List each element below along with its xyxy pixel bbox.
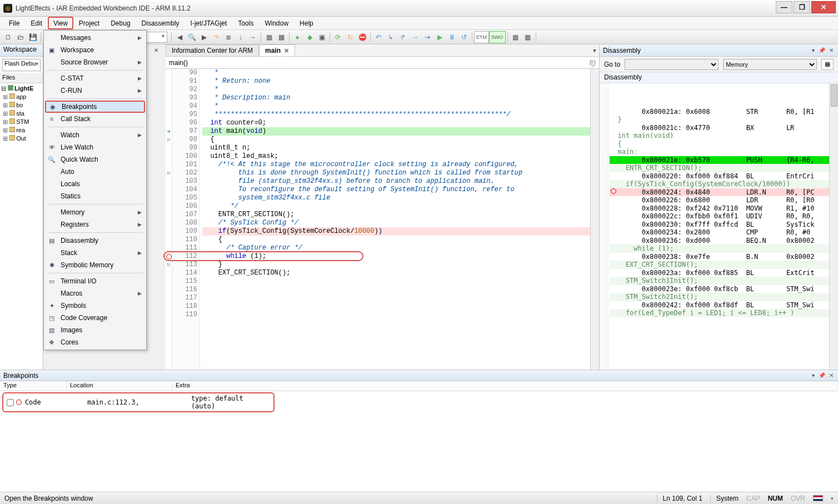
function-indicator[interactable]: main() f(): [166, 57, 599, 69]
debug-restart-button[interactable]: ↻: [344, 31, 356, 43]
trace-2-button[interactable]: ▦: [522, 31, 534, 43]
menu-item-workspace[interactable]: ▣Workspace: [45, 44, 145, 56]
menu-ijetjtagjet[interactable]: I-jet/JTAGjet: [185, 17, 233, 29]
menu-item-messages[interactable]: Messages▶: [45, 32, 145, 44]
menu-item-symbols[interactable]: ✦Symbols: [45, 300, 145, 312]
disasm-toggle-button[interactable]: ▦: [821, 59, 834, 70]
col-location[interactable]: Location: [67, 381, 172, 391]
new-file-button[interactable]: 🗋: [2, 31, 14, 43]
menu-tools[interactable]: Tools: [232, 17, 259, 29]
go-button[interactable]: ▶: [433, 31, 446, 43]
download-button[interactable]: ◆: [303, 31, 316, 43]
language-dropdown-icon[interactable]: ▾: [831, 496, 834, 501]
col-type[interactable]: Type: [0, 381, 67, 391]
menu-debug[interactable]: Debug: [105, 17, 136, 29]
reset-button[interactable]: ↺: [458, 31, 470, 43]
trace-1-button[interactable]: ▦: [510, 31, 522, 43]
menu-item-source-browser[interactable]: Source Browser▶: [45, 56, 145, 68]
menu-item-auto[interactable]: Auto: [45, 166, 145, 178]
menu-item-statics[interactable]: Statics: [45, 190, 145, 202]
open-button[interactable]: 🗁: [14, 31, 27, 43]
maximize-button[interactable]: ❐: [794, 1, 810, 13]
tab-info-center[interactable]: Information Center for ARM: [166, 44, 259, 56]
disassembly-header: Disassembly ▾ 📌 ✕: [600, 44, 838, 57]
tree-node[interactable]: ⊞ app: [1, 93, 42, 101]
menu-item-stack[interactable]: Stack▶: [45, 247, 145, 259]
menu-project[interactable]: Project: [73, 17, 105, 29]
menu-item-images[interactable]: ▧Images: [45, 324, 145, 336]
nav-down-button[interactable]: ↓: [235, 31, 247, 43]
debug-go-button[interactable]: ⟳: [332, 31, 344, 43]
tree-node[interactable]: ⊞ bo: [1, 101, 42, 109]
menu-item-memory[interactable]: Memory▶: [45, 206, 145, 218]
menu-item-symbolic-memory[interactable]: ✱Symbolic Memory: [45, 259, 145, 271]
etm-badge[interactable]: ETM: [474, 31, 489, 43]
menu-item-terminal-i-o[interactable]: ▭Terminal I/O: [45, 275, 145, 287]
stop-build-button[interactable]: ▣: [316, 31, 328, 43]
run-to-cursor-button[interactable]: ⇥: [421, 31, 433, 43]
menu-item-icon: ◉: [48, 102, 57, 111]
nav-back-button[interactable]: ◀: [173, 31, 186, 43]
tree-node[interactable]: ⊞ rea: [1, 126, 42, 134]
nav-search-button[interactable]: 🔍: [186, 31, 198, 43]
config-select[interactable]: Flash Debu: [2, 59, 41, 71]
tree-root-label[interactable]: LightE: [14, 85, 33, 92]
menu-item-c-stat[interactable]: C-STAT▶: [45, 72, 145, 84]
menu-file[interactable]: File: [3, 17, 25, 29]
menu-edit[interactable]: Edit: [25, 17, 48, 29]
status-message: Open the Breakpoints window: [4, 495, 93, 502]
menu-item-call-stack[interactable]: ≡Call Stack: [45, 113, 145, 125]
menu-window[interactable]: Window: [259, 17, 294, 29]
save-button[interactable]: 💾: [27, 31, 39, 43]
goto-combo[interactable]: [625, 59, 719, 70]
menu-item-macros[interactable]: Macros▶: [45, 287, 145, 300]
step-over-button[interactable]: ↶: [372, 31, 385, 43]
debug-stop-button[interactable]: ⛔: [356, 31, 368, 43]
pause-button[interactable]: ⏸: [446, 31, 458, 43]
close-tab-icon[interactable]: ✕: [284, 47, 289, 54]
bp-panel-pin-icons[interactable]: ▾ 📌 ✕: [812, 372, 835, 378]
col-extra[interactable]: Extra: [172, 381, 838, 391]
build-all-button[interactable]: ▩: [275, 31, 287, 43]
breakpoints-panel: Breakpoints ▾ 📌 ✕ Type Location Extra Co…: [0, 370, 838, 492]
menu-item-disassembly[interactable]: ▤Disassembly: [45, 234, 145, 247]
menu-disassembly[interactable]: Disassembly: [136, 17, 185, 29]
breakpoint-enable-checkbox[interactable]: [7, 399, 14, 406]
tabs-dropdown-button[interactable]: ▾: [590, 44, 599, 56]
menu-item-live-watch[interactable]: 👁Live Watch: [45, 141, 145, 153]
menu-item-icon: 👁: [47, 143, 56, 152]
swo-badge[interactable]: SWO: [489, 31, 506, 43]
menu-item-watch[interactable]: Watch▶: [45, 129, 145, 141]
nav-forward-button[interactable]: ▶: [198, 31, 210, 43]
menu-item-registers[interactable]: Registers▶: [45, 218, 145, 231]
panel-close-icon[interactable]: ✕: [151, 46, 162, 54]
tree-node[interactable]: ⊞ sta: [1, 109, 42, 118]
tree-node[interactable]: ⊞ STM: [1, 118, 42, 126]
language-flag-icon[interactable]: [813, 495, 823, 501]
menu-item-code-coverage[interactable]: ◳Code Coverage: [45, 312, 145, 324]
step-out-button[interactable]: ↱: [397, 31, 409, 43]
minimize-button[interactable]: —: [776, 1, 792, 13]
panel-pin-icons[interactable]: ▾ 📌 ✕: [812, 47, 835, 53]
nav-list-button[interactable]: ≣: [222, 31, 235, 43]
menu-item-quick-watch[interactable]: 🔍Quick Watch: [45, 153, 145, 166]
menu-view[interactable]: View: [48, 17, 73, 29]
nav-right-button[interactable]: →: [247, 31, 259, 43]
menu-item-c-run[interactable]: C-RUN▶: [45, 84, 145, 97]
tree-node[interactable]: ⊞ Out: [1, 134, 42, 143]
menu-help[interactable]: Help: [294, 17, 319, 29]
tab-main[interactable]: main✕: [259, 44, 295, 56]
menu-item-locals[interactable]: Locals: [45, 178, 145, 190]
memory-combo[interactable]: Memory: [723, 59, 817, 70]
toggle-bp-button[interactable]: ●: [291, 31, 303, 43]
breakpoint-circle-icon: [16, 400, 22, 405]
menu-item-breakpoints[interactable]: ◉Breakpoints: [45, 101, 145, 113]
menu-item-cores[interactable]: ❖Cores: [45, 336, 145, 348]
step-into-button[interactable]: ↳: [385, 31, 397, 43]
nav-up-button[interactable]: ↷: [210, 31, 222, 43]
close-button[interactable]: ✕: [811, 1, 836, 13]
build-button[interactable]: ▦: [263, 31, 275, 43]
breakpoint-row[interactable]: Code main.c:112.3, type: default (auto): [2, 392, 275, 412]
tab-info-center-label: Information Center for ARM: [172, 47, 253, 54]
step-next-button[interactable]: →: [409, 31, 421, 43]
